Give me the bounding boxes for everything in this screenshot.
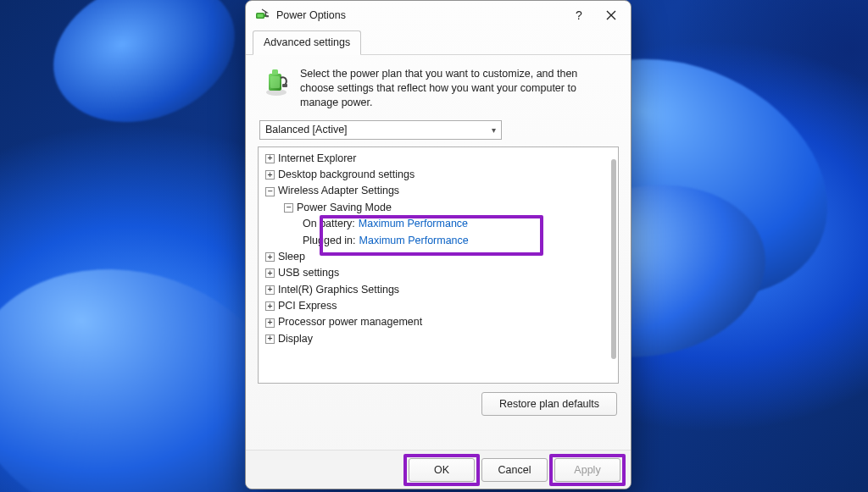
- help-button[interactable]: ?: [566, 3, 592, 28]
- expand-icon[interactable]: +: [265, 154, 275, 163]
- svg-rect-9: [282, 84, 287, 87]
- tab-body: Select the power plan that you want to c…: [246, 55, 631, 450]
- tree-item[interactable]: +Internet Explorer: [260, 151, 618, 167]
- tree-setting-key: Plugged in:: [303, 233, 356, 249]
- close-button[interactable]: [598, 3, 624, 28]
- tree-item-label: USB settings: [278, 265, 339, 281]
- dialog-footer: OK Cancel Apply: [246, 450, 631, 489]
- tree-item[interactable]: −Power Saving Mode: [260, 200, 618, 216]
- tree-item-label: PCI Express: [278, 298, 337, 314]
- expand-icon[interactable]: +: [265, 301, 275, 311]
- tree-item[interactable]: +Desktop background settings: [260, 167, 618, 183]
- apply-button[interactable]: Apply: [554, 458, 620, 482]
- tree-item-label: Display: [278, 331, 313, 347]
- cancel-button[interactable]: Cancel: [481, 458, 548, 482]
- tree-item[interactable]: On battery: Maximum Performance: [260, 216, 618, 232]
- expand-icon[interactable]: +: [265, 285, 275, 295]
- close-icon: [606, 10, 616, 20]
- power-options-dialog: Power Options ? Advanced settings: [245, 0, 632, 489]
- tab-advanced-settings[interactable]: Advanced settings: [253, 30, 361, 55]
- svg-rect-3: [266, 15, 270, 17]
- tree-setting-key: On battery:: [303, 216, 355, 232]
- tree-item-label: Internet Explorer: [278, 151, 356, 167]
- power-plan-value: Balanced [Active]: [265, 124, 348, 135]
- svg-rect-7: [272, 69, 278, 75]
- settings-tree-container: +Internet Explorer+Desktop background se…: [258, 146, 619, 384]
- svg-rect-8: [270, 76, 280, 88]
- expand-icon[interactable]: +: [265, 334, 275, 344]
- expand-icon[interactable]: +: [265, 252, 275, 262]
- settings-tree[interactable]: +Internet Explorer+Desktop background se…: [259, 147, 618, 383]
- restore-defaults-button[interactable]: Restore plan defaults: [481, 392, 617, 416]
- collapse-icon[interactable]: −: [284, 203, 293, 213]
- titlebar[interactable]: Power Options ?: [246, 1, 631, 30]
- window-title: Power Options: [276, 9, 559, 21]
- tree-setting-value[interactable]: Maximum Performance: [359, 233, 469, 249]
- tree-item-label: Wireless Adapter Settings: [278, 183, 399, 199]
- chevron-down-icon: ▾: [492, 125, 496, 135]
- tree-item-label: Intel(R) Graphics Settings: [278, 282, 399, 298]
- tree-item[interactable]: +PCI Express: [260, 298, 618, 314]
- tree-item[interactable]: Plugged in: Maximum Performance: [260, 233, 618, 249]
- tree-scrollbar[interactable]: [611, 159, 616, 359]
- tree-item[interactable]: +Processor power management: [260, 314, 618, 330]
- tree-item-label: Power Saving Mode: [297, 200, 392, 216]
- tab-strip: Advanced settings: [246, 30, 631, 55]
- tree-item[interactable]: +Sleep: [260, 249, 618, 265]
- power-plan-icon: [261, 67, 292, 97]
- collapse-icon[interactable]: −: [265, 187, 275, 196]
- tree-item[interactable]: +Display: [260, 331, 618, 347]
- intro-text: Select the power plan that you want to c…: [300, 67, 614, 110]
- tree-item-label: Sleep: [278, 249, 305, 265]
- expand-icon[interactable]: +: [265, 318, 275, 328]
- tree-item[interactable]: +USB settings: [260, 265, 618, 281]
- tree-setting-value[interactable]: Maximum Performance: [359, 216, 468, 232]
- power-plan-select[interactable]: Balanced [Active] ▾: [259, 120, 502, 140]
- tree-item[interactable]: −Wireless Adapter Settings: [260, 183, 618, 199]
- battery-plug-icon: [254, 8, 270, 23]
- tree-item-label: Processor power management: [278, 314, 422, 330]
- ok-button[interactable]: OK: [409, 458, 475, 482]
- expand-icon[interactable]: +: [265, 268, 275, 278]
- intro-block: Select the power plan that you want to c…: [258, 64, 619, 119]
- tree-item-label: Desktop background settings: [278, 167, 415, 183]
- tree-item[interactable]: +Intel(R) Graphics Settings: [260, 282, 618, 298]
- svg-rect-2: [258, 14, 264, 18]
- expand-icon[interactable]: +: [265, 170, 275, 180]
